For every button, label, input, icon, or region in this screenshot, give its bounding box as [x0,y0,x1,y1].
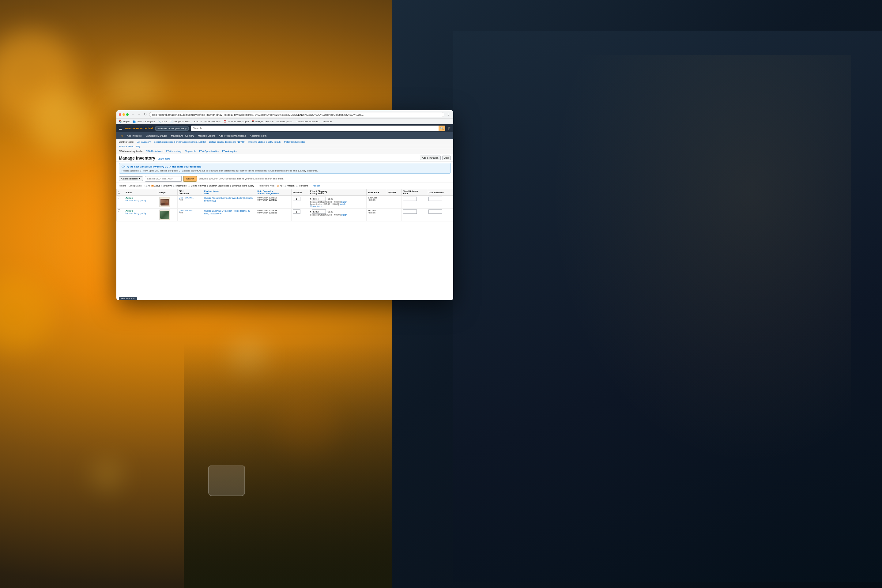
manage-orders-nav[interactable]: Manage Orders [196,132,217,139]
bookmark-tools[interactable]: 🔧 Tools [158,120,167,123]
row1-sku[interactable]: QSE7ETANN-1 [179,196,194,199]
search-suppressed-link[interactable]: Search suppressed and inactive listings … [154,141,206,143]
account-health-nav[interactable]: Account Health [248,132,268,139]
fba-analytics-link[interactable]: FBA Analytics [222,150,237,153]
row1-match-btn2[interactable]: Match [340,203,345,205]
search-input[interactable] [191,126,438,131]
sku-search-button[interactable]: Search [183,176,196,182]
potential-duplicates-link[interactable]: Potential duplicates [284,141,305,143]
row2-price-wrap: € +€5.39 [310,210,365,214]
nav-flag[interactable]: 🏴 [448,127,451,130]
store-selector[interactable]: Silverline Outlet | Germany [155,126,189,131]
search-suppressed-checkbox[interactable] [207,184,210,187]
status-incomplete-radio[interactable]: Incomplete [173,184,186,187]
row2-sku[interactable]: QSN11V8ND-1 [179,210,194,212]
hamburger-menu[interactable]: ☰ [119,126,122,130]
row1-view-more[interactable]: View more ▼ [310,205,323,207]
add-products-upload-nav[interactable]: Add Products via Upload [217,132,248,139]
beta-banner: ⓘ Try the new Manage All Inventory BETA … [119,163,451,174]
row1-date-created: 04.07.2024 10:41:08 [258,196,277,199]
row2-qty-input[interactable] [293,210,300,214]
row2-improve-link[interactable]: Improve listing quality [126,212,146,214]
sku-search-input[interactable] [145,176,182,182]
improve-listing-quality-link[interactable]: Improve Listing Quality in bulk [248,141,281,143]
row1-checkbox[interactable] [118,196,120,199]
forward-button[interactable]: → [137,113,141,116]
browser-chrome: ← → ↻ sellercentral.amazon.co.uk/invento… [116,110,453,119]
bookmark-tablitant[interactable]: Tablitant | Distr... [276,120,294,123]
row2-product-image [159,210,170,220]
bookmark-amazon[interactable]: Amazon [323,120,332,123]
fulfillment-merchant-radio[interactable]: Merchant [296,184,308,187]
row1-price-input[interactable] [312,196,326,201]
active-radio-dot [151,184,154,187]
improve-quality-filter[interactable]: Improve listing quality [230,184,254,187]
fba-inventory-link[interactable]: FBA inventory [166,150,182,153]
home-nav-item[interactable]: ⌂ [119,132,124,139]
bookmark-x318016[interactable]: X318016 [192,120,202,123]
bookmark-work[interactable]: Work Allocation [204,120,221,123]
row2-date-changed: 04.07.2024 10:55:55 [258,212,277,214]
all-radio-label: All [148,184,150,187]
bookmark-team[interactable]: 👥 Team - 8 Projects [133,120,155,123]
add-button[interactable]: Add [442,156,451,160]
shipments-link[interactable]: Shipments [184,150,196,153]
row1-match-btn[interactable]: Match [342,201,347,203]
row1-min-price-input[interactable] [403,196,417,201]
bookmark-time[interactable]: ⏰ 24 Time and project [224,120,249,123]
fulfillment-amazon-radio[interactable]: Amazon [284,184,295,187]
row1-sales-rank: 2.424.868 Fashion [367,196,387,208]
status-inactive-radio[interactable]: Inactive [161,184,172,187]
product-name-header[interactable]: Product NameASIN [203,189,256,196]
row2-max-price-input[interactable] [429,210,442,214]
row2-checkbox[interactable] [118,210,120,212]
back-button[interactable]: ← [130,113,135,116]
bookmark-sheets[interactable]: 📄 Google Sheets [170,120,190,123]
manage-all-inventory-nav[interactable]: Manage All Inventory [170,132,196,139]
additional-filter-link[interactable]: Addition [313,184,320,187]
improve-quality-checkbox[interactable] [230,184,233,187]
row1-qty-input[interactable] [293,196,300,201]
status-removed-radio[interactable]: Listing removed [188,184,206,187]
status-all-radio[interactable]: All [144,184,150,187]
window-controls [119,113,129,116]
bookmark-calendar[interactable]: 📅 Google Calendar [251,120,274,123]
all-inventory-link[interactable]: All Inventory [137,141,151,143]
address-bar[interactable]: sellercentral.amazon.co.uk/inventory/ref… [149,112,444,117]
row1-max-price-input[interactable] [429,196,442,201]
add-products-nav[interactable]: Add Products [125,132,143,139]
fulfillment-all-radio[interactable]: All [277,184,282,187]
learn-more-link[interactable]: Learn more [158,158,170,160]
row2-image [158,208,178,221]
select-all-checkbox[interactable] [118,191,120,194]
row2-price-input[interactable] [312,210,326,214]
row2-min-price-input[interactable] [403,210,417,214]
fba-tools-label: FBA inventory tools: [119,150,143,153]
status-active-radio[interactable]: Active [151,184,160,187]
minimize-button[interactable] [123,113,125,116]
campaign-manager-nav[interactable]: Campaign Manager [144,132,169,139]
bookmark-limeworks[interactable]: Limeworks Docume... [297,120,320,123]
row1-product-name: Quadra NuNude Gummieder Wen-keder (Schwe… [203,196,256,208]
search-suppressed-filter[interactable]: Search Suppressed [207,184,229,187]
row1-improve-link[interactable]: Improve listing quality [126,200,146,201]
close-button[interactable] [119,113,121,116]
fba-opportunities-link[interactable]: FBA Opportunities [199,150,219,153]
beta-banner-text: Recent updates: 1) View up to 250 listin… [122,170,448,172]
refresh-button[interactable]: ↻ [143,112,147,116]
row2-match-btn[interactable]: Match [342,214,347,216]
fba-dashboard-link[interactable]: FBA Dashboard [146,150,163,153]
row1-product-name-link[interactable]: Quadra NuNude Gummieder Wen-keder (Schwe… [204,197,253,202]
feedback-button[interactable]: FEEDBACK ▼ [119,297,137,300]
browser-menu[interactable]: ⋮ [446,112,451,116]
add-variation-button[interactable]: Add a Variation [420,156,441,160]
listing-quality-link[interactable]: Listing quality dashboard (11766) [209,141,245,143]
fix-price-alerts-link[interactable]: Fix Price Alerts (1471) [119,146,140,148]
maximize-button[interactable] [126,113,129,116]
bookmark-project[interactable]: 📚 Project [119,120,130,123]
action-dropdown[interactable]: Action selected ▼ [119,176,143,181]
date-created-header[interactable]: Date Created ▼Status Changed Date [256,189,291,196]
row2-product-name-link[interactable]: Quadra Sapphiius U-Taschen / Reise-tasch… [204,210,250,214]
row1-price-wrap: € +€5.99 [310,196,365,201]
search-button[interactable]: 🔍 [438,126,445,131]
